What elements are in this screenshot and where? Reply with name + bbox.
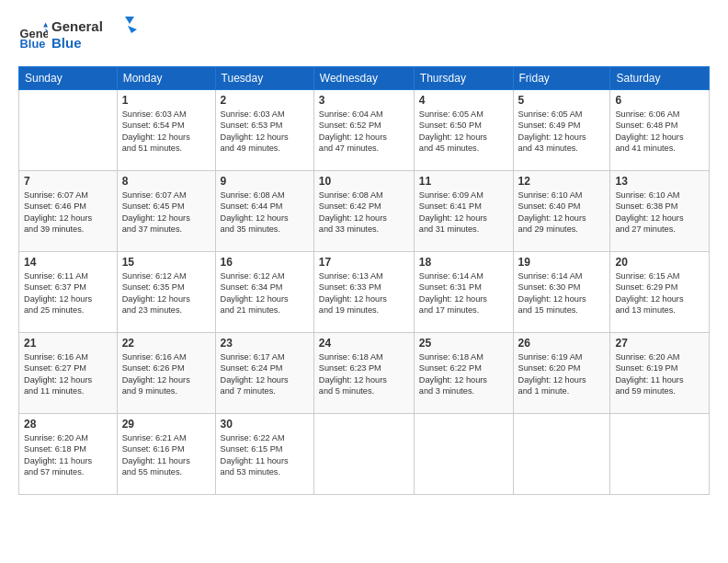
calendar-table: Sunday Monday Tuesday Wednesday Thursday… <box>18 66 710 495</box>
svg-marker-6 <box>125 17 134 24</box>
day-number: 9 <box>221 175 309 188</box>
calendar-cell: 11Sunrise: 6:09 AM Sunset: 6:41 PM Dayli… <box>414 171 513 252</box>
day-number: 13 <box>615 175 704 188</box>
day-number: 6 <box>615 94 704 107</box>
calendar-cell <box>610 414 710 495</box>
svg-text:Blue: Blue <box>51 35 82 51</box>
day-info: Sunrise: 6:17 AM Sunset: 6:24 PM Dayligh… <box>221 351 309 397</box>
day-number: 17 <box>319 256 409 269</box>
day-info: Sunrise: 6:04 AM Sunset: 6:52 PM Dayligh… <box>319 109 409 155</box>
calendar-cell <box>19 90 118 171</box>
calendar-cell: 17Sunrise: 6:13 AM Sunset: 6:33 PM Dayli… <box>313 252 414 333</box>
calendar-cell: 10Sunrise: 6:08 AM Sunset: 6:42 PM Dayli… <box>313 171 414 252</box>
calendar-cell: 6Sunrise: 6:06 AM Sunset: 6:48 PM Daylig… <box>610 90 710 171</box>
calendar-cell: 7Sunrise: 6:07 AM Sunset: 6:46 PM Daylig… <box>19 171 118 252</box>
day-number: 3 <box>319 94 409 107</box>
svg-marker-2 <box>43 23 48 28</box>
day-number: 8 <box>122 175 210 188</box>
day-number: 14 <box>24 256 112 269</box>
day-number: 1 <box>122 94 210 107</box>
calendar-week-row: 28Sunrise: 6:20 AM Sunset: 6:18 PM Dayli… <box>19 414 710 495</box>
calendar-cell: 20Sunrise: 6:15 AM Sunset: 6:29 PM Dayli… <box>610 252 710 333</box>
day-number: 30 <box>221 418 309 431</box>
calendar-cell: 14Sunrise: 6:11 AM Sunset: 6:37 PM Dayli… <box>19 252 118 333</box>
calendar-cell: 1Sunrise: 6:03 AM Sunset: 6:54 PM Daylig… <box>117 90 215 171</box>
day-info: Sunrise: 6:14 AM Sunset: 6:30 PM Dayligh… <box>518 270 606 316</box>
calendar-week-row: 21Sunrise: 6:16 AM Sunset: 6:27 PM Dayli… <box>19 333 710 414</box>
day-info: Sunrise: 6:16 AM Sunset: 6:27 PM Dayligh… <box>24 351 112 397</box>
calendar-week-row: 14Sunrise: 6:11 AM Sunset: 6:37 PM Dayli… <box>19 252 710 333</box>
svg-text:Blue: Blue <box>20 37 46 51</box>
calendar-cell: 3Sunrise: 6:04 AM Sunset: 6:52 PM Daylig… <box>313 90 414 171</box>
weekday-header-row: Sunday Monday Tuesday Wednesday Thursday… <box>19 67 710 90</box>
calendar-cell: 25Sunrise: 6:18 AM Sunset: 6:22 PM Dayli… <box>414 333 513 414</box>
day-info: Sunrise: 6:20 AM Sunset: 6:18 PM Dayligh… <box>24 432 112 478</box>
calendar-cell: 24Sunrise: 6:18 AM Sunset: 6:23 PM Dayli… <box>313 333 414 414</box>
logo-icon: General Blue <box>18 21 48 51</box>
day-info: Sunrise: 6:21 AM Sunset: 6:16 PM Dayligh… <box>122 432 210 478</box>
day-number: 20 <box>615 256 704 269</box>
day-number: 11 <box>419 175 508 188</box>
day-number: 24 <box>319 337 409 350</box>
day-info: Sunrise: 6:16 AM Sunset: 6:26 PM Dayligh… <box>122 351 210 397</box>
day-number: 12 <box>518 175 606 188</box>
col-saturday: Saturday <box>610 67 710 90</box>
col-wednesday: Wednesday <box>313 67 414 90</box>
day-number: 10 <box>319 175 409 188</box>
day-info: Sunrise: 6:03 AM Sunset: 6:53 PM Dayligh… <box>221 109 309 155</box>
calendar-cell: 29Sunrise: 6:21 AM Sunset: 6:16 PM Dayli… <box>117 414 215 495</box>
day-info: Sunrise: 6:22 AM Sunset: 6:15 PM Dayligh… <box>221 432 309 478</box>
svg-text:General: General <box>51 18 103 34</box>
day-number: 22 <box>122 337 210 350</box>
calendar-cell: 4Sunrise: 6:05 AM Sunset: 6:50 PM Daylig… <box>414 90 513 171</box>
page: General Blue General Blue Sunday <box>0 0 728 563</box>
day-info: Sunrise: 6:18 AM Sunset: 6:22 PM Dayligh… <box>419 351 508 397</box>
day-number: 19 <box>518 256 606 269</box>
day-info: Sunrise: 6:08 AM Sunset: 6:44 PM Dayligh… <box>221 190 309 236</box>
col-monday: Monday <box>117 67 215 90</box>
col-thursday: Thursday <box>414 67 513 90</box>
calendar-cell <box>513 414 610 495</box>
calendar-cell: 28Sunrise: 6:20 AM Sunset: 6:18 PM Dayli… <box>19 414 118 495</box>
day-info: Sunrise: 6:14 AM Sunset: 6:31 PM Dayligh… <box>419 270 508 316</box>
day-info: Sunrise: 6:10 AM Sunset: 6:40 PM Dayligh… <box>518 190 606 236</box>
calendar-cell <box>414 414 513 495</box>
day-info: Sunrise: 6:10 AM Sunset: 6:38 PM Dayligh… <box>615 190 704 236</box>
calendar-cell: 8Sunrise: 6:07 AM Sunset: 6:45 PM Daylig… <box>117 171 215 252</box>
day-info: Sunrise: 6:12 AM Sunset: 6:34 PM Dayligh… <box>221 270 309 316</box>
day-info: Sunrise: 6:07 AM Sunset: 6:45 PM Dayligh… <box>122 190 210 236</box>
day-number: 4 <box>419 94 508 107</box>
calendar-cell: 19Sunrise: 6:14 AM Sunset: 6:30 PM Dayli… <box>513 252 610 333</box>
calendar-week-row: 1Sunrise: 6:03 AM Sunset: 6:54 PM Daylig… <box>19 90 710 171</box>
day-number: 7 <box>24 175 112 188</box>
day-number: 5 <box>518 94 606 107</box>
svg-marker-7 <box>128 26 137 33</box>
day-number: 16 <box>221 256 309 269</box>
calendar-cell: 23Sunrise: 6:17 AM Sunset: 6:24 PM Dayli… <box>215 333 313 414</box>
col-friday: Friday <box>513 67 610 90</box>
day-number: 18 <box>419 256 508 269</box>
calendar-cell: 5Sunrise: 6:05 AM Sunset: 6:49 PM Daylig… <box>513 90 610 171</box>
calendar-cell <box>313 414 414 495</box>
day-info: Sunrise: 6:09 AM Sunset: 6:41 PM Dayligh… <box>419 190 508 236</box>
logo-svg: General Blue <box>51 15 139 53</box>
calendar-cell: 21Sunrise: 6:16 AM Sunset: 6:27 PM Dayli… <box>19 333 118 414</box>
day-info: Sunrise: 6:15 AM Sunset: 6:29 PM Dayligh… <box>615 270 704 316</box>
day-info: Sunrise: 6:13 AM Sunset: 6:33 PM Dayligh… <box>319 270 409 316</box>
day-info: Sunrise: 6:19 AM Sunset: 6:20 PM Dayligh… <box>518 351 606 397</box>
calendar-cell: 12Sunrise: 6:10 AM Sunset: 6:40 PM Dayli… <box>513 171 610 252</box>
day-number: 29 <box>122 418 210 431</box>
day-number: 28 <box>24 418 112 431</box>
col-sunday: Sunday <box>19 67 118 90</box>
day-number: 15 <box>122 256 210 269</box>
day-info: Sunrise: 6:03 AM Sunset: 6:54 PM Dayligh… <box>122 109 210 155</box>
day-number: 27 <box>615 337 704 350</box>
calendar-cell: 26Sunrise: 6:19 AM Sunset: 6:20 PM Dayli… <box>513 333 610 414</box>
calendar-cell: 27Sunrise: 6:20 AM Sunset: 6:19 PM Dayli… <box>610 333 710 414</box>
day-number: 26 <box>518 337 606 350</box>
calendar-cell: 2Sunrise: 6:03 AM Sunset: 6:53 PM Daylig… <box>215 90 313 171</box>
calendar-cell: 18Sunrise: 6:14 AM Sunset: 6:31 PM Dayli… <box>414 252 513 333</box>
logo: General Blue General Blue <box>18 15 139 57</box>
day-number: 23 <box>221 337 309 350</box>
day-number: 2 <box>221 94 309 107</box>
